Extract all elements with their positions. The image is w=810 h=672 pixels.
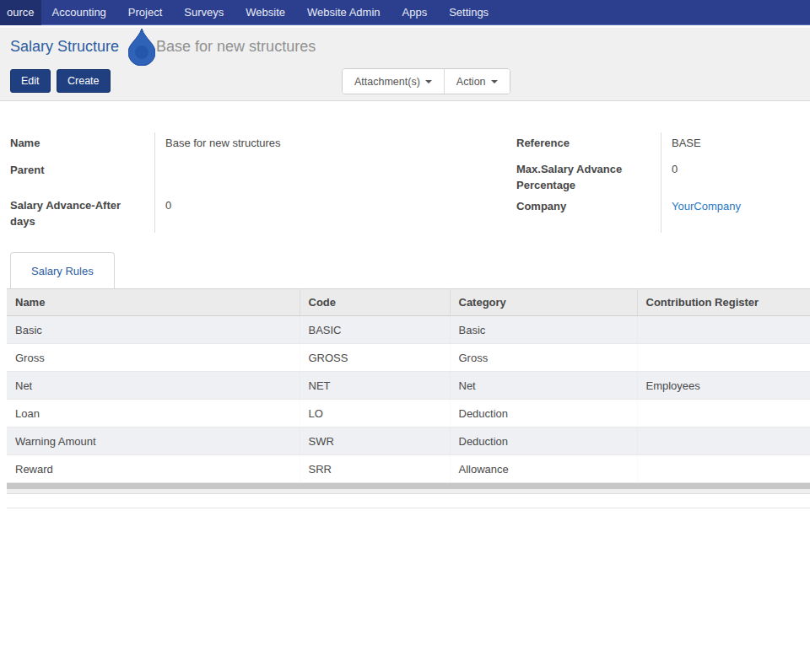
action-label: Action (456, 76, 486, 88)
nav-item-accounting[interactable]: Accounting (41, 0, 117, 25)
cell-contribution-register (637, 316, 810, 344)
caret-down-icon (491, 80, 498, 83)
table-row[interactable]: Gross GROSS Gross (7, 344, 810, 372)
cell-name: Basic (7, 316, 300, 344)
attachment-action-group: Attachment(s) Action (342, 68, 510, 94)
cell-category: Gross (450, 344, 637, 372)
record-sheet: Name Base for new structures Parent Sala… (0, 101, 810, 233)
attachments-label: Attachment(s) (354, 76, 420, 88)
breadcrumb-link-salary-structure[interactable]: Salary Structure (10, 38, 119, 55)
cell-code: BASIC (300, 316, 450, 344)
column-header-name: Name (7, 289, 300, 316)
cell-name: Reward (7, 455, 300, 483)
table-row[interactable]: Warning Amount SWR Deduction (7, 427, 810, 455)
cell-name: Net (7, 372, 300, 400)
cell-code: NET (300, 372, 450, 400)
nav-item-resource[interactable]: ource (0, 0, 41, 25)
table-row[interactable]: Basic BASIC Basic (7, 316, 810, 344)
cell-code: SWR (300, 427, 450, 455)
action-dropdown-button[interactable]: Action (444, 69, 510, 94)
cell-contribution-register: Employees (637, 372, 810, 400)
field-label-parent: Parent (10, 159, 154, 196)
cell-code: GROSS (300, 344, 450, 372)
field-label-salary-advance-after-days: Salary Advance-After days (10, 195, 154, 233)
breadcrumb: Salary StructureBase for new structures (10, 38, 316, 56)
field-label-reference: Reference (516, 132, 661, 159)
field-value-reference: BASE (661, 132, 810, 159)
cell-category: Allowance (450, 455, 637, 483)
create-button[interactable]: Create (57, 69, 111, 93)
form-left-column: Name Base for new structures Parent Sala… (10, 132, 407, 233)
form-fields: Name Base for new structures Parent Sala… (10, 132, 810, 233)
cell-category: Deduction (450, 400, 637, 427)
nav-item-project[interactable]: Project (117, 0, 173, 25)
field-value-parent (154, 159, 407, 196)
cell-contribution-register (637, 455, 810, 483)
cell-code: SRR (300, 455, 450, 483)
company-link[interactable]: YourCompany (672, 200, 741, 212)
table-row[interactable]: Reward SRR Allowance (7, 455, 810, 483)
attachments-dropdown-button[interactable]: Attachment(s) (343, 69, 444, 94)
cell-contribution-register (637, 427, 810, 455)
caret-down-icon (425, 80, 432, 83)
bottom-divider (7, 508, 810, 508)
table-row[interactable]: Loan LO Deduction (7, 400, 810, 427)
nav-item-settings[interactable]: Settings (438, 0, 500, 25)
field-value-max-salary-advance-percentage: 0 (661, 159, 810, 196)
cell-name: Gross (7, 344, 300, 372)
column-header-contribution-register: Contribution Register (637, 289, 810, 316)
cell-name: Warning Amount (7, 427, 300, 455)
cell-category: Basic (450, 316, 637, 344)
form-right-column: Reference BASE Max.Salary Advance Percen… (516, 132, 810, 233)
breadcrumb-current: Base for new structures (156, 38, 316, 55)
table-header-row: Name Code Category Contribution Register (7, 289, 810, 316)
column-header-category: Category (450, 289, 637, 316)
cell-category: Deduction (450, 427, 637, 455)
notebook-tabs: Salary Rules (7, 252, 810, 288)
cell-category: Net (450, 372, 637, 400)
cell-contribution-register (637, 400, 810, 427)
tab-salary-rules[interactable]: Salary Rules (10, 252, 115, 288)
nav-item-surveys[interactable]: Surveys (173, 0, 235, 25)
field-value-salary-advance-after-days: 0 (154, 195, 407, 233)
cell-name: Loan (7, 400, 300, 427)
salary-rules-list: Name Code Category Contribution Register… (7, 288, 810, 483)
scrollbar-track (7, 489, 810, 494)
cell-code: LO (300, 400, 450, 427)
field-value-name: Base for new structures (154, 132, 407, 159)
field-value-company: YourCompany (661, 196, 810, 233)
top-navbar: ource Accounting Project Surveys Website… (0, 0, 810, 25)
field-label-max-salary-advance-percentage: Max.Salary Advance Percentage (516, 159, 661, 196)
nav-item-website-admin[interactable]: Website Admin (296, 0, 391, 25)
horizontal-scrollbar[interactable] (7, 483, 810, 494)
nav-item-apps[interactable]: Apps (392, 0, 439, 25)
column-header-code: Code (300, 289, 450, 316)
field-label-name: Name (10, 132, 154, 159)
nav-item-website[interactable]: Website (235, 0, 296, 25)
field-label-company: Company (516, 196, 661, 233)
edit-button[interactable]: Edit (10, 69, 51, 93)
touch-cursor-droplet-icon (128, 29, 155, 66)
table-row[interactable]: Net NET Net Employees (7, 372, 810, 400)
control-panel: Salary StructureBase for new structures … (0, 28, 810, 101)
scrollbar-thumb[interactable] (7, 483, 810, 489)
cell-contribution-register (637, 344, 810, 372)
